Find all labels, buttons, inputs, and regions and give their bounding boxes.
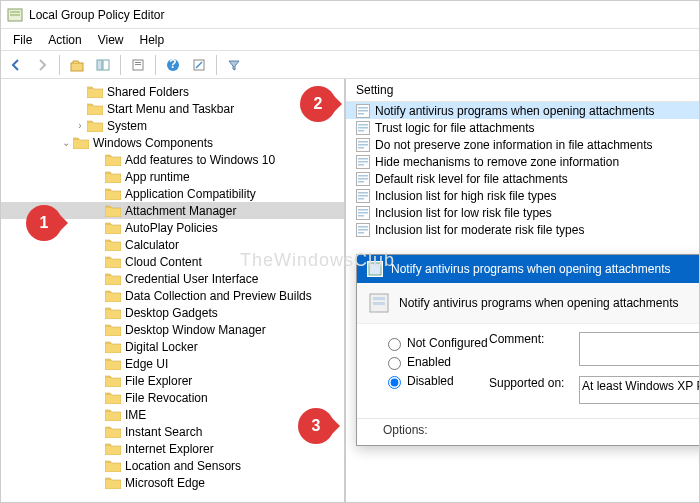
- setting-item[interactable]: Hide mechanisms to remove zone informati…: [346, 153, 699, 170]
- policy-dialog: Notify antivirus programs when opening a…: [356, 254, 699, 446]
- tree-item[interactable]: Credential User Interface: [1, 270, 344, 287]
- menu-view[interactable]: View: [90, 31, 132, 49]
- show-hide-tree-button[interactable]: [92, 54, 114, 76]
- setting-item[interactable]: Inclusion list for moderate risk file ty…: [346, 221, 699, 238]
- svg-rect-1: [10, 11, 20, 13]
- supported-field: At least Windows XP P: [579, 376, 699, 404]
- setting-item[interactable]: Default risk level for file attachments: [346, 170, 699, 187]
- dialog-title-text: Notify antivirus programs when opening a…: [391, 262, 670, 276]
- filter-button[interactable]: [223, 54, 245, 76]
- svg-rect-23: [358, 147, 364, 149]
- forward-button[interactable]: [31, 54, 53, 76]
- toolbar: ?: [1, 51, 699, 79]
- svg-rect-19: [358, 130, 364, 132]
- properties-button[interactable]: [127, 54, 149, 76]
- tree-item[interactable]: Data Collection and Preview Builds: [1, 287, 344, 304]
- radio-disabled[interactable]: Disabled: [383, 373, 489, 389]
- radio-group: Not Configured Enabled Disabled: [383, 332, 489, 414]
- policy-large-icon: [369, 293, 389, 313]
- supported-label: Supported on:: [489, 376, 579, 390]
- dialog-titlebar[interactable]: Notify antivirus programs when opening a…: [357, 255, 699, 283]
- svg-rect-48: [373, 302, 385, 305]
- menu-file[interactable]: File: [5, 31, 40, 49]
- tree-item[interactable]: Desktop Gadgets: [1, 304, 344, 321]
- separator: [59, 55, 60, 75]
- extended-button[interactable]: [188, 54, 210, 76]
- comment-field[interactable]: [579, 332, 699, 366]
- tree-item[interactable]: ›System: [1, 117, 344, 134]
- svg-rect-8: [135, 64, 141, 65]
- menubar: File Action View Help: [1, 29, 699, 51]
- svg-rect-43: [358, 232, 364, 234]
- titlebar: Local Group Policy Editor: [1, 1, 699, 29]
- tree-item[interactable]: Start Menu and Taskbar: [1, 100, 344, 117]
- tree-item[interactable]: IME: [1, 406, 344, 423]
- tree-item[interactable]: Shared Folders: [1, 83, 344, 100]
- radio-not-configured[interactable]: Not Configured: [383, 335, 489, 351]
- svg-rect-29: [358, 175, 368, 177]
- svg-rect-27: [358, 164, 364, 166]
- svg-rect-39: [358, 215, 364, 217]
- tree-item[interactable]: Application Compatibility: [1, 185, 344, 202]
- tree-item[interactable]: Desktop Window Manager: [1, 321, 344, 338]
- svg-rect-4: [97, 60, 102, 70]
- tree-item[interactable]: File Revocation: [1, 389, 344, 406]
- tree-item[interactable]: File Explorer: [1, 372, 344, 389]
- tree-item[interactable]: Add features to Windows 10: [1, 151, 344, 168]
- tree-item[interactable]: Location and Sensors: [1, 457, 344, 474]
- svg-rect-38: [358, 212, 368, 214]
- svg-rect-21: [358, 141, 368, 143]
- menu-help[interactable]: Help: [132, 31, 173, 49]
- setting-item[interactable]: Inclusion list for low risk file types: [346, 204, 699, 221]
- up-button[interactable]: [66, 54, 88, 76]
- svg-rect-35: [358, 198, 364, 200]
- list-header-setting[interactable]: Setting: [346, 79, 699, 102]
- svg-rect-2: [10, 14, 20, 16]
- svg-rect-41: [358, 226, 368, 228]
- separator: [155, 55, 156, 75]
- svg-rect-42: [358, 229, 368, 231]
- back-button[interactable]: [5, 54, 27, 76]
- setting-item[interactable]: Do not preserve zone information in file…: [346, 136, 699, 153]
- tree-item[interactable]: Cloud Content: [1, 253, 344, 270]
- tree-item[interactable]: App runtime: [1, 168, 344, 185]
- dialog-heading-text: Notify antivirus programs when opening a…: [399, 296, 678, 310]
- svg-rect-15: [358, 113, 364, 115]
- svg-rect-22: [358, 144, 368, 146]
- radio-enabled[interactable]: Enabled: [383, 354, 489, 370]
- svg-text:?: ?: [169, 58, 176, 71]
- callout-1: 1: [26, 205, 62, 241]
- svg-rect-17: [358, 124, 368, 126]
- svg-rect-30: [358, 178, 368, 180]
- svg-rect-37: [358, 209, 368, 211]
- setting-item[interactable]: Notify antivirus programs when opening a…: [346, 102, 699, 119]
- svg-rect-18: [358, 127, 368, 129]
- help-button[interactable]: ?: [162, 54, 184, 76]
- svg-rect-13: [358, 107, 368, 109]
- svg-rect-45: [369, 263, 381, 275]
- svg-rect-33: [358, 192, 368, 194]
- settings-pane: Setting Notify antivirus programs when o…: [346, 79, 699, 502]
- app-icon: [7, 7, 23, 23]
- svg-rect-31: [358, 181, 364, 183]
- svg-rect-25: [358, 158, 368, 160]
- tree-item[interactable]: Microsoft Edge: [1, 474, 344, 491]
- policy-icon: [367, 261, 383, 277]
- tree-pane[interactable]: Shared FoldersStart Menu and Taskbar›Sys…: [1, 79, 346, 502]
- menu-action[interactable]: Action: [40, 31, 89, 49]
- svg-rect-26: [358, 161, 368, 163]
- options-label: Options:: [357, 418, 699, 445]
- tree-item[interactable]: Internet Explorer: [1, 440, 344, 457]
- setting-item[interactable]: Trust logic for file attachments: [346, 119, 699, 136]
- svg-rect-47: [373, 297, 385, 300]
- separator: [216, 55, 217, 75]
- setting-item[interactable]: Inclusion list for high risk file types: [346, 187, 699, 204]
- tree-item[interactable]: Instant Search: [1, 423, 344, 440]
- dialog-heading: Notify antivirus programs when opening a…: [357, 283, 699, 324]
- tree-item[interactable]: Edge UI: [1, 355, 344, 372]
- separator: [120, 55, 121, 75]
- tree-item-windows-components[interactable]: ⌄Windows Components: [1, 134, 344, 151]
- svg-rect-14: [358, 110, 368, 112]
- tree-item[interactable]: Digital Locker: [1, 338, 344, 355]
- svg-rect-34: [358, 195, 368, 197]
